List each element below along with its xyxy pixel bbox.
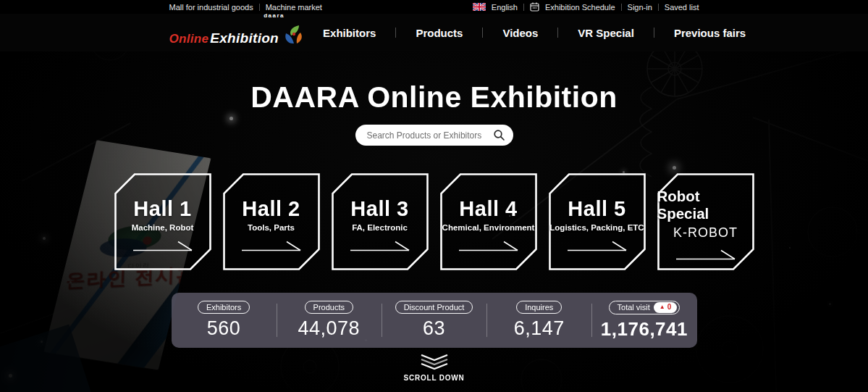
hall-subtitle: Machine, Robot <box>132 223 194 232</box>
divider <box>259 4 260 11</box>
hall-subtitle: Logistics, Packing, ETC <box>549 223 644 232</box>
stat-products: Products 44,078 <box>277 293 382 348</box>
arrow-right-icon <box>675 249 736 260</box>
hall-title: Hall 4 <box>459 197 517 221</box>
stat-inquires: Inquires 6,147 <box>486 293 591 348</box>
hall-card-3[interactable]: Hall 3 FA, Electronic <box>332 173 429 270</box>
nav-previous-fairs[interactable]: Previous fairs <box>654 27 746 39</box>
nav-videos[interactable]: Videos <box>483 27 557 39</box>
hall-title: Hall 3 <box>350 197 408 221</box>
stat-label-pill: Discount Product <box>395 301 473 314</box>
hall-subtitle: Chemical, Environment <box>442 223 535 232</box>
triple-chevron-down-icon <box>418 354 450 370</box>
page-title: DAARA Online Exhibition <box>0 80 868 114</box>
hall-subtitle: K-ROBOT <box>673 225 738 241</box>
main-header: daara Online Exhibition Exhibitors Produ… <box>0 14 868 51</box>
nav-exhibitors[interactable]: Exhibitors <box>303 27 395 39</box>
uk-flag-icon <box>473 3 486 11</box>
stat-value: 63 <box>423 317 445 340</box>
hall-card-robot-special[interactable]: Robot Special K-ROBOT <box>657 173 754 270</box>
arrow-right-icon <box>241 240 302 251</box>
stat-label-pill: Inquires <box>516 301 562 314</box>
hall-title: Hall 1 <box>133 197 191 221</box>
hall-subtitle: FA, Electronic <box>352 223 408 232</box>
hall-title: Hall 5 <box>568 197 625 221</box>
stats-bar: Exhibitors 560 Products 44,078 Discount … <box>172 293 697 348</box>
daara-swirl-icon <box>282 25 303 45</box>
stat-value: 6,147 <box>514 317 565 340</box>
stat-label: Total visit <box>618 302 650 312</box>
logo-exhibition-text: Exhibition <box>210 30 279 46</box>
visit-up-count: 0 <box>667 304 672 311</box>
hall-subtitle: Tools, Parts <box>248 223 295 232</box>
main-nav: Exhibitors Products Videos VR Special Pr… <box>303 27 746 39</box>
site-logo[interactable]: daara Online Exhibition <box>169 19 304 46</box>
exhibition-schedule-link[interactable]: Exhibition Schedule <box>545 3 615 12</box>
stat-total-visit: Total visit ▲ 0 1,176,741 <box>591 293 696 348</box>
search-button[interactable] <box>493 129 505 141</box>
stat-value: 1,176,741 <box>601 318 688 341</box>
search-bar <box>355 125 513 146</box>
arrow-right-icon <box>567 240 628 251</box>
stat-label-pill: Products <box>305 301 353 314</box>
arrow-right-icon <box>132 240 193 251</box>
saved-list-link[interactable]: Saved list <box>665 3 699 12</box>
stat-discount-product: Discount Product 63 <box>382 293 486 348</box>
stat-label-pill: Exhibitors <box>198 301 250 314</box>
logo-daara-text: daara <box>264 12 285 19</box>
calendar-icon <box>530 2 539 12</box>
sign-in-link[interactable]: Sign-in <box>628 3 652 12</box>
logo-online-text: Online <box>169 32 209 46</box>
hall-card-5[interactable]: Hall 5 Logistics, Packing, ETC <box>549 173 646 270</box>
divider <box>621 4 622 11</box>
machine-market-link[interactable]: Machine market <box>266 3 322 12</box>
hall-title: Robot Special <box>657 188 754 222</box>
divider <box>523 4 524 11</box>
stat-label-pill: Total visit ▲ 0 <box>609 301 681 314</box>
hall-title: Hall 2 <box>242 197 300 221</box>
hall-card-2[interactable]: Hall 2 Tools, Parts <box>223 173 320 270</box>
hall-cards-row: Hall 1 Machine, Robot Hall 2 Tools, Part… <box>0 173 868 270</box>
up-triangle-icon: ▲ <box>660 304 665 310</box>
language-select[interactable]: English <box>492 3 518 12</box>
hall-card-1[interactable]: Hall 1 Machine, Robot <box>114 173 211 270</box>
search-input[interactable] <box>367 130 493 141</box>
stat-exhibitors: Exhibitors 560 <box>172 293 277 348</box>
arrow-right-icon <box>458 240 519 251</box>
magnifier-icon <box>493 129 505 141</box>
divider <box>658 4 659 11</box>
arrow-right-icon <box>350 240 410 251</box>
hall-card-4[interactable]: Hall 4 Chemical, Environment <box>440 173 537 270</box>
visit-up-badge: ▲ 0 <box>654 302 677 313</box>
nav-products[interactable]: Products <box>396 27 482 39</box>
scroll-down-button[interactable]: SCROLL DOWN <box>0 354 868 382</box>
scroll-down-label: SCROLL DOWN <box>0 374 868 382</box>
nav-vr-special[interactable]: VR Special <box>558 27 654 39</box>
stat-value: 560 <box>207 317 241 340</box>
utility-bar: Mall for industrial goods Machine market… <box>0 0 868 14</box>
stat-value: 44,078 <box>298 317 361 340</box>
mall-link[interactable]: Mall for industrial goods <box>169 3 253 12</box>
